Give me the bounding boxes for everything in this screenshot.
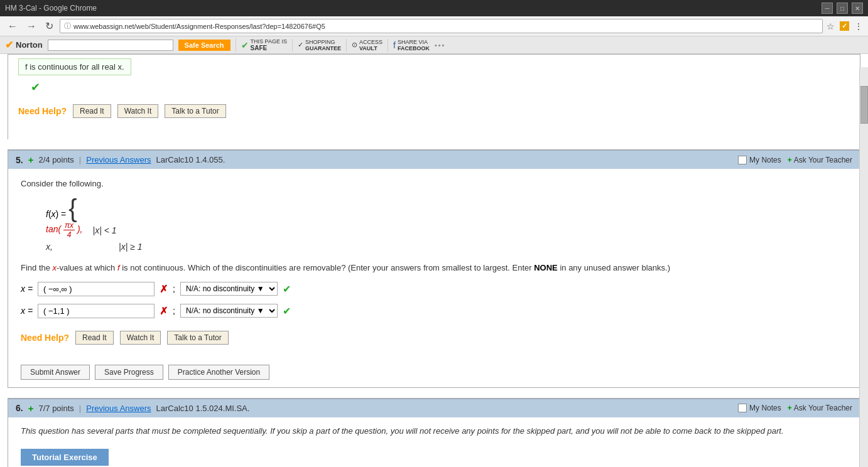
address-bar[interactable]: ⓘ www.webassign.net/web/Student/Assignme… (60, 19, 823, 33)
forward-button[interactable]: → (24, 19, 39, 33)
q5-ask-teacher-btn[interactable]: + Ask Your Teacher (788, 156, 852, 164)
q6-prev-answers[interactable]: Previous Answers (86, 404, 151, 413)
facebook-icon: f (393, 40, 396, 50)
q5-header-right: My Notes + Ask Your Teacher (738, 156, 852, 164)
row1-label: x = (21, 284, 33, 294)
url-text: www.webassign.net/web/Student/Assignment… (73, 23, 818, 30)
safe-search-button[interactable]: Safe Search (178, 40, 231, 51)
nav-icons: ☆ ✓ ⋮ (827, 21, 863, 31)
case-2-expr: x, (46, 242, 109, 252)
q6-notes-label: My Notes (749, 404, 781, 412)
row2-dropdown[interactable]: N/A: no discontinuity ▼ (180, 304, 278, 318)
brace-icon: { (68, 195, 77, 222)
case-1-expr: tan( πx 4 ), (46, 221, 83, 239)
talk-tutor-btn-q5[interactable]: Talk to a Tutor (167, 331, 228, 345)
x-var: x (53, 263, 57, 272)
norton-name: Norton (16, 40, 43, 50)
row1-input[interactable] (38, 282, 155, 296)
read-it-btn-top[interactable]: Read It (73, 104, 111, 118)
extension-icon[interactable]: ✓ (840, 21, 849, 31)
row1-dropdown[interactable]: N/A: no discontinuity ▼ (180, 282, 278, 296)
shopping-icon: ✓ (298, 41, 303, 49)
q6-my-notes-btn[interactable]: My Notes (738, 404, 781, 412)
more-dots-icon[interactable]: ••• (435, 41, 446, 49)
q5-intro: Consider the following. (21, 179, 847, 188)
q6-ask-teacher-btn[interactable]: + Ask Your Teacher (788, 404, 852, 412)
talk-tutor-btn-top[interactable]: Talk to a Tutor (165, 104, 225, 118)
submit-answer-btn[interactable]: Submit Answer (21, 365, 90, 380)
answer-row-1: x = ✗ ; N/A: no discontinuity ▼ ✔ (21, 282, 847, 296)
close-btn[interactable]: ✕ (852, 3, 863, 14)
q5-number: 5. (16, 155, 23, 165)
need-help-q5: Need Help? Read It Watch It Talk to a Tu… (21, 326, 847, 347)
piecewise-function: f(x) = { tan( πx 4 ), (46, 196, 847, 252)
norton-logo: ✔ Norton (5, 39, 43, 51)
frac-numerator: πx (63, 221, 75, 230)
shopping-sub: GUARANTEE (305, 45, 341, 51)
tutorial-exercise-btn[interactable]: Tutorial Exercise (21, 449, 109, 466)
share-label: SHARE VIA (398, 39, 430, 45)
minimize-btn[interactable]: ─ (822, 3, 833, 14)
continuous-statement: f is continuous for all real x. (18, 58, 131, 75)
question-5-header: 5. + 2/4 points | Previous Answers LarCa… (8, 150, 860, 169)
norton-search-input[interactable] (48, 40, 173, 51)
access-vault-item: ⊙ ACCESS VAULT (346, 39, 382, 51)
back-button[interactable]: ← (5, 19, 20, 33)
read-it-btn-q5[interactable]: Read It (75, 331, 114, 345)
star-icon[interactable]: ☆ (827, 21, 835, 31)
page-safe-label: THIS PAGE IS (251, 38, 287, 45)
page-content: f is continuous for all real x. ✔ Need H… (0, 54, 868, 467)
need-help-label-q5: Need Help? (21, 333, 69, 343)
q6-header-right: My Notes + Ask Your Teacher (738, 404, 852, 412)
piecewise-cases: tan( πx 4 ), |x| < 1 x, |x| ≥ 1 (46, 221, 847, 252)
row2-input[interactable] (38, 304, 155, 318)
row2-check-icon: ✔ (283, 305, 291, 317)
q6-points: 7/7 points (38, 404, 73, 413)
refresh-button[interactable]: ↻ (43, 19, 56, 33)
notes-icon-q6 (738, 404, 747, 412)
q6-header-left: 6. + 7/7 points | Previous Answers LarCa… (16, 403, 249, 414)
case-2-cond: |x| ≥ 1 (119, 242, 143, 252)
notes-icon-q5 (738, 156, 747, 164)
menu-icon[interactable]: ⋮ (854, 21, 863, 31)
shopping-item: ✓ SHOPPING GUARANTEE (292, 39, 341, 51)
answer-checkmark-top: ✔ (31, 81, 40, 94)
top-partial-section: f is continuous for all real x. ✔ Need H… (8, 54, 860, 128)
watch-it-btn-q5[interactable]: Watch It (120, 331, 161, 345)
row1-check-icon: ✔ (283, 283, 291, 295)
shopping-label: SHOPPING (305, 39, 341, 45)
scrollbar-thumb[interactable] (860, 86, 868, 124)
window-controls[interactable]: ─ □ ✕ (822, 3, 863, 14)
q6-intro-text: This question has several parts that mus… (21, 425, 847, 438)
question-6-container: 6. + 7/7 points | Previous Answers LarCa… (8, 398, 860, 468)
row2-error-icon: ✗ (160, 305, 168, 317)
row2-label: x = (21, 306, 33, 316)
answer-row-2: x = ✗ ; N/A: no discontinuity ▼ ✔ (21, 304, 847, 318)
watch-it-btn-top[interactable]: Watch It (117, 104, 159, 118)
question-5-body: Consider the following. f(x) = { tan( πx… (8, 169, 860, 357)
row1-semicolon: ; (173, 284, 175, 294)
q5-notes-label: My Notes (749, 156, 781, 164)
ask-plus-icon-q5: + (788, 156, 792, 164)
browser-title: HM 3-Cal - Google Chrome (5, 4, 97, 13)
q5-points: 2/4 points (38, 155, 73, 164)
row2-semicolon: ; (173, 306, 175, 316)
q5-header-left: 5. + 2/4 points | Previous Answers LarCa… (16, 154, 225, 165)
norton-check-icon: ✔ (5, 39, 13, 51)
page-safe-item: ✔ THIS PAGE IS SAFE (236, 38, 287, 51)
f-var: f (117, 263, 120, 272)
q5-ask-teacher-label: Ask Your Teacher (794, 156, 852, 164)
title-bar: HM 3-Cal - Google Chrome ─ □ ✕ (0, 0, 868, 16)
case-1-row: tan( πx 4 ), |x| < 1 (46, 221, 847, 239)
practice-another-btn[interactable]: Practice Another Version (168, 365, 269, 380)
q5-plus-icon: + (28, 154, 34, 165)
need-help-label-top: Need Help? (18, 106, 67, 116)
q5-my-notes-btn[interactable]: My Notes (738, 156, 781, 164)
save-progress-btn[interactable]: Save Progress (95, 365, 163, 380)
maximize-btn[interactable]: □ (837, 3, 848, 14)
page-scrollbar[interactable] (859, 67, 868, 467)
question-6-body: This question has several parts that mus… (8, 417, 860, 446)
q5-prev-answers[interactable]: Previous Answers (86, 155, 151, 164)
frac-denominator: 4 (66, 230, 73, 239)
q6-tutorial-area: Tutorial Exercise (8, 445, 860, 467)
